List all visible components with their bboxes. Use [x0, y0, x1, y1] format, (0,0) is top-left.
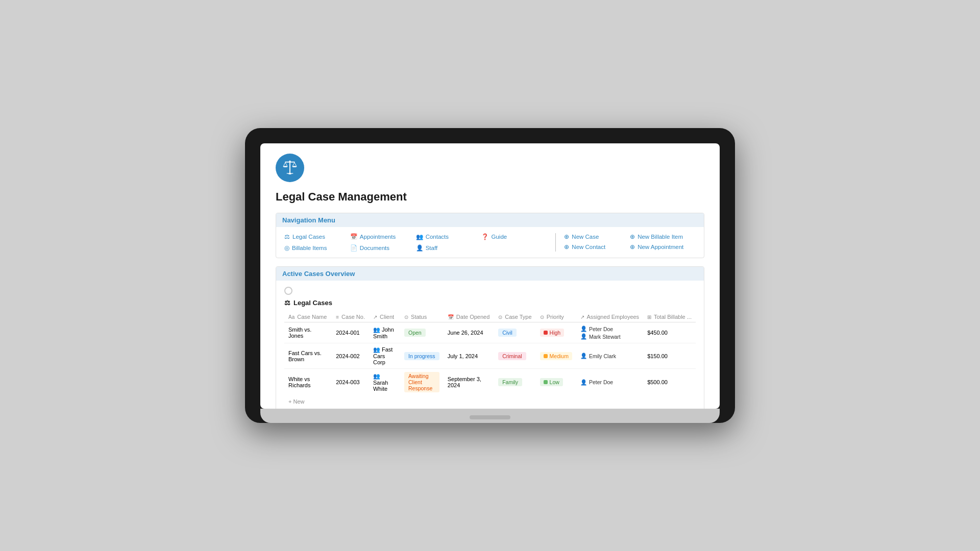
svg-line-5: [283, 162, 285, 166]
new-billable-button[interactable]: ⊕ New Billable Item: [630, 233, 696, 240]
cell-case-no-3: 2024-003: [332, 369, 369, 396]
employee-icon: 👤: [580, 353, 587, 359]
staff-icon: 👤: [416, 244, 423, 252]
nav-col-4: ❓ Guide: [481, 233, 547, 240]
cell-employees-1: 👤 Peter Doe 👤 Mark Stewart: [576, 322, 643, 343]
priority-badge-1: High: [540, 329, 565, 337]
cell-case-no-1: 2024-001: [332, 322, 369, 343]
employee-icon: 👤: [580, 379, 587, 386]
contacts-icon: 👥: [416, 233, 423, 240]
cell-case-no-2: 2024-002: [332, 343, 369, 369]
col-client: ↗ Client: [369, 312, 400, 322]
app-logo: [276, 154, 304, 182]
nav-actions-col-1: ⊕ New Case ⊕ New Contact: [564, 233, 630, 251]
cell-employees-3: 👤 Peter Doe: [576, 369, 643, 396]
cell-billable-3: $500.00: [643, 369, 696, 396]
col-employees: ↗ Assigned Employees: [576, 312, 643, 322]
cell-billable-2: $150.00: [643, 343, 696, 369]
scales-icon: [282, 160, 298, 176]
col-priority: ⊙ Priority: [536, 312, 576, 322]
nav-legal-cases[interactable]: ⚖ Legal Cases: [284, 233, 350, 240]
new-appointment-button[interactable]: ⊕ New Appointment: [630, 243, 696, 251]
cell-case-name-2: Fast Cars vs. Brown: [284, 343, 332, 369]
col-case-name: Aa Case Name: [284, 312, 332, 322]
app-title: Legal Case Management: [276, 190, 704, 204]
nav-contacts[interactable]: 👥 Contacts: [416, 233, 482, 240]
employee-icon: 👤: [580, 333, 587, 340]
cell-date-1: June 26, 2024: [444, 322, 494, 343]
col-billable: ⊞ Total Billable ...: [643, 312, 696, 322]
table-icon: ⚖: [284, 299, 290, 307]
nav-grid: ⚖ Legal Cases ◎ Billable Items 📅 Appoint…: [276, 227, 704, 258]
cases-table: Aa Case Name ≡ Case No. ↗ Client: [284, 312, 696, 395]
svg-point-7: [283, 166, 288, 167]
loading-indicator: [284, 287, 292, 295]
cell-client-2: 👥 Fast Cars Corp: [369, 343, 400, 369]
svg-line-6: [285, 162, 287, 166]
cell-billable-1: $450.00: [643, 322, 696, 343]
col-type: ⊙ Case Type: [494, 312, 535, 322]
nav-section-header: Navigation Menu: [276, 213, 704, 227]
active-cases-header: Active Cases Overview: [276, 267, 704, 281]
nav-actions-col-2: ⊕ New Billable Item ⊕ New Appointment: [630, 233, 696, 251]
new-case-button[interactable]: ⊕ New Case: [564, 233, 630, 240]
calendar-icon: 📅: [350, 233, 357, 240]
nav-col-3: 👥 Contacts 👤 Staff: [416, 233, 482, 252]
table-title: ⚖ Legal Cases: [284, 299, 696, 307]
employee-row: 👤 Emily Clark: [580, 353, 639, 359]
plus-icon-billable: ⊕: [630, 233, 635, 240]
active-cases-section: Active Cases Overview ⚖ Legal Cases Aa C…: [276, 266, 704, 409]
employees-list-1: 👤 Peter Doe 👤 Mark Stewart: [580, 325, 639, 340]
nav-documents[interactable]: 📄 Documents: [350, 244, 416, 252]
table-row[interactable]: White vs Richards 2024-003 👥 Sarah White…: [284, 369, 696, 396]
scales-nav-icon: ⚖: [284, 233, 290, 240]
col-case-no: ≡ Case No.: [332, 312, 369, 322]
laptop-notch: [470, 415, 510, 419]
status-badge-1: Open: [404, 329, 426, 337]
table-row[interactable]: Smith vs. Jones 2024-001 👥 John Smith Op…: [284, 322, 696, 343]
svg-line-9: [295, 162, 297, 166]
employee-row: 👤 Peter Doe: [580, 379, 639, 386]
priority-dot-2: [544, 354, 548, 358]
employees-list-3: 👤 Peter Doe: [580, 379, 639, 386]
cell-client-1: 👥 John Smith: [369, 322, 400, 343]
plus-icon-contact: ⊕: [564, 243, 569, 251]
cell-case-name-1: Smith vs. Jones: [284, 322, 332, 343]
app-content: Legal Case Management Navigation Menu ⚖ …: [260, 143, 720, 409]
type-badge-1: Civil: [498, 329, 517, 337]
nav-divider: [555, 233, 556, 252]
priority-badge-2: Medium: [540, 352, 572, 360]
employee-icon: 👤: [580, 325, 587, 332]
cell-type-1: Civil: [494, 322, 535, 343]
nav-guide[interactable]: ❓ Guide: [481, 233, 547, 240]
cell-status-2: In progress: [400, 343, 444, 369]
status-badge-2: In progress: [404, 352, 439, 360]
status-badge-3: Awaiting Client Response: [404, 372, 439, 392]
type-badge-2: Criminal: [498, 352, 526, 360]
svg-point-10: [292, 166, 297, 167]
cell-priority-3: Low: [536, 369, 576, 396]
nav-appointments[interactable]: 📅 Appointments: [350, 233, 416, 240]
cell-client-3: 👥 Sarah White: [369, 369, 400, 396]
priority-dot-3: [544, 380, 548, 384]
nav-col-1: ⚖ Legal Cases ◎ Billable Items: [284, 233, 350, 252]
new-contact-button[interactable]: ⊕ New Contact: [564, 243, 630, 251]
svg-line-8: [292, 162, 295, 166]
svg-rect-0: [289, 161, 290, 173]
type-badge-3: Family: [498, 378, 522, 386]
col-status: ⊙ Status: [400, 312, 444, 322]
add-new-row[interactable]: + New: [284, 395, 696, 408]
laptop-base: [260, 409, 720, 423]
cell-date-3: September 3, 2024: [444, 369, 494, 396]
nav-billable-items[interactable]: ◎ Billable Items: [284, 244, 350, 252]
client-icon-3: 👥: [373, 373, 380, 379]
nav-staff[interactable]: 👤 Staff: [416, 244, 482, 252]
cell-case-name-3: White vs Richards: [284, 369, 332, 396]
table-row[interactable]: Fast Cars vs. Brown 2024-002 👥 Fast Cars…: [284, 343, 696, 369]
svg-rect-4: [287, 173, 293, 173]
cell-status-3: Awaiting Client Response: [400, 369, 444, 396]
billable-nav-icon: ◎: [284, 244, 289, 252]
nav-col-2: 📅 Appointments 📄 Documents: [350, 233, 416, 252]
cases-inner: ⚖ Legal Cases Aa Case Name ≡: [276, 281, 704, 409]
cell-employees-2: 👤 Emily Clark: [576, 343, 643, 369]
